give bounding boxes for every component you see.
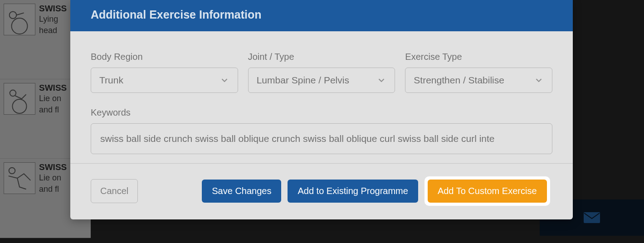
add-to-custom-button[interactable]: Add To Custom Exercise — [428, 180, 547, 203]
field-label: Exercise Type — [405, 52, 552, 62]
select-value: Strengthen / Stabilise — [414, 75, 534, 86]
chevron-down-icon — [534, 75, 544, 85]
select-value: Trunk — [99, 75, 220, 86]
keywords-field: Keywords — [91, 107, 552, 154]
save-changes-button[interactable]: Save Changes — [202, 180, 281, 203]
add-to-existing-button[interactable]: Add to Existing Programme — [288, 180, 418, 203]
joint-type-select[interactable]: Lumbar Spine / Pelvis — [248, 68, 395, 93]
modal-header: Additional Exercise Information — [70, 0, 573, 31]
modal-dialog: Additional Exercise Information Body Reg… — [70, 0, 573, 219]
modal-title: Additional Exercise Information — [91, 8, 552, 21]
chevron-down-icon — [220, 75, 229, 85]
modal-body: Body Region Trunk Joint / Type Lumbar Sp… — [70, 31, 573, 163]
field-label: Joint / Type — [248, 52, 395, 62]
body-region-field: Body Region Trunk — [91, 52, 238, 93]
select-value: Lumbar Spine / Pelvis — [257, 75, 377, 86]
cancel-button[interactable]: Cancel — [91, 179, 138, 203]
body-region-select[interactable]: Trunk — [91, 68, 238, 93]
field-label: Body Region — [91, 52, 238, 62]
field-row: Body Region Trunk Joint / Type Lumbar Sp… — [91, 52, 552, 93]
field-label: Keywords — [91, 107, 552, 118]
keywords-input[interactable] — [91, 123, 552, 154]
highlight-wrapper: Add To Custom Exercise — [424, 176, 550, 206]
exercise-type-field: Exercise Type Strengthen / Stabilise — [405, 52, 552, 93]
modal-footer: Cancel Save Changes Add to Existing Prog… — [70, 163, 573, 219]
exercise-type-select[interactable]: Strengthen / Stabilise — [405, 68, 552, 93]
chevron-down-icon — [376, 75, 386, 85]
joint-type-field: Joint / Type Lumbar Spine / Pelvis — [248, 52, 395, 93]
